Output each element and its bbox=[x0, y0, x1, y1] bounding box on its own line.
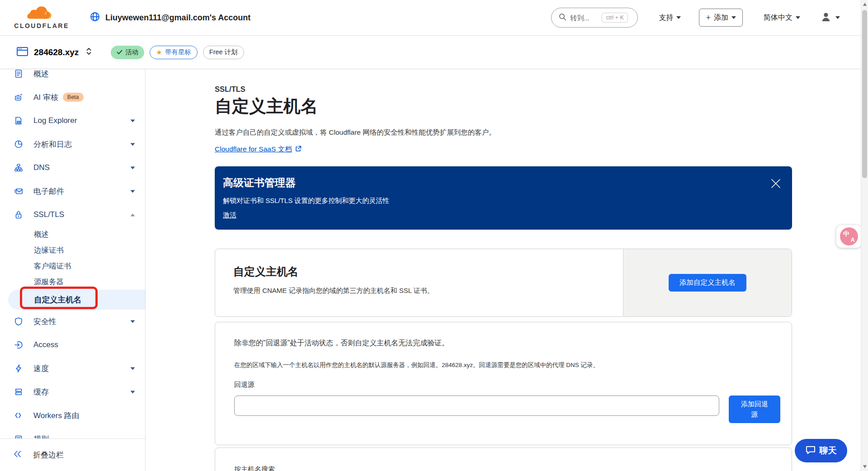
sidebar-subitem-label: 边缘证书 bbox=[34, 245, 64, 255]
status-badge: 活动 bbox=[111, 46, 144, 59]
banner-title: 高级证书管理器 bbox=[223, 176, 782, 190]
plan-badge-label: Free 计划 bbox=[209, 48, 238, 57]
hostname-search-label: 按主机名搜索 bbox=[234, 465, 792, 471]
chevron-down-icon bbox=[130, 143, 135, 146]
sidebar-subitem-label: 概述 bbox=[34, 230, 49, 240]
sidebar-item-access[interactable]: Access bbox=[0, 333, 145, 357]
support-menu-label: 支持 bbox=[659, 13, 673, 23]
card-description: 管理使用 CNAME 记录指向您的域的第三方的主机名和 SSL 证书。 bbox=[233, 287, 623, 295]
sidebar-item-log-explorer[interactable]: Log Explorer bbox=[0, 109, 145, 132]
cache-stack-icon bbox=[14, 387, 24, 396]
account-switcher[interactable]: Liuywewen111@gmail.com's Account bbox=[90, 11, 250, 24]
sidebar: 概述 AI 审核 Beta Log Explorer bbox=[0, 70, 146, 471]
chevron-down-icon bbox=[676, 16, 681, 19]
fallback-origin-label: 回退源 bbox=[234, 381, 780, 389]
chevron-down-icon bbox=[835, 16, 840, 19]
custom-hostnames-card: 自定义主机名 管理使用 CNAME 记录指向您的域的第三方的主机名和 SSL 证… bbox=[215, 249, 792, 317]
sidebar-item-overview[interactable]: 概述 bbox=[0, 70, 145, 85]
sidebar-item-label: 规则 bbox=[33, 434, 49, 439]
search-shortcut-badge: ctrl + K bbox=[602, 13, 627, 23]
sort-updown-icon[interactable] bbox=[85, 47, 93, 58]
email-envelope-icon bbox=[14, 187, 24, 196]
star-badge[interactable]: ★带有星标 bbox=[150, 46, 197, 59]
fallback-origin-card: 除非您的"回退源"处于活动状态，否则自定义主机名无法完成验证。 在您的区域下输入… bbox=[215, 322, 792, 445]
add-fallback-origin-button[interactable]: 添加回退源 bbox=[729, 396, 780, 423]
translate-icon: 中 A bbox=[840, 227, 858, 245]
acm-promo-banner: 高级证书管理器 解锁对证书和 SSL/TLS 设置的更多控制和更大的灵活性 激活 bbox=[215, 166, 792, 230]
sidebar-item-label: 缓存 bbox=[33, 387, 49, 397]
chevron-down-icon bbox=[130, 119, 135, 122]
doc-link-row: Cloudflare for SaaS 文档 bbox=[215, 145, 302, 154]
speed-bolt-icon bbox=[14, 364, 24, 373]
sidebar-subitem-client-certificates[interactable]: 客户端证书 bbox=[0, 258, 145, 274]
chevron-down-icon bbox=[130, 391, 135, 394]
zone-bar: 284628.xyz 活动 ★带有星标 Free 计划 bbox=[0, 36, 861, 69]
sidebar-item-rules[interactable]: 规则 bbox=[0, 427, 145, 438]
scrollbar-down-arrow-icon[interactable] bbox=[863, 465, 867, 468]
star-badge-label: 带有星标 bbox=[165, 48, 191, 57]
fallback-origin-row: 添加回退源 bbox=[234, 396, 780, 423]
translate-fab[interactable]: 中 A bbox=[836, 225, 862, 248]
user-menu[interactable] bbox=[820, 11, 840, 24]
star-icon: ★ bbox=[156, 48, 162, 57]
sidebar-item-dns[interactable]: DNS bbox=[0, 156, 145, 179]
browser-window-icon bbox=[16, 46, 28, 59]
sidebar-subitem-label: 客户端证书 bbox=[34, 261, 71, 271]
sidebar-collapse-label: 折叠边栏 bbox=[33, 450, 64, 460]
saas-docs-link[interactable]: Cloudflare for SaaS 文档 bbox=[215, 145, 292, 154]
sidebar-item-email[interactable]: 电子邮件 bbox=[0, 179, 145, 203]
log-explorer-icon bbox=[14, 116, 24, 125]
sidebar-item-label: Access bbox=[33, 340, 58, 349]
person-icon bbox=[820, 11, 832, 24]
support-menu[interactable]: 支持 bbox=[659, 13, 681, 23]
dns-tree-icon bbox=[14, 163, 24, 172]
chat-button[interactable]: 聊天 bbox=[795, 439, 847, 462]
collapse-double-chevron-icon bbox=[13, 450, 22, 460]
scrollbar-thumb[interactable] bbox=[862, 10, 867, 178]
external-link-icon bbox=[295, 146, 302, 154]
chevron-down-icon bbox=[130, 166, 135, 170]
page-description: 通过客户自己的自定义或虚拟域，将 Cloudflare 网络的安全性和性能优势扩… bbox=[215, 128, 496, 137]
sidebar-item-ssl-tls[interactable]: SSL/TLS bbox=[0, 203, 145, 226]
chat-bubble-icon bbox=[806, 445, 816, 457]
sidebar-item-speed[interactable]: 速度 bbox=[0, 357, 145, 380]
globe-icon bbox=[90, 11, 100, 24]
add-menu-button[interactable]: + 添加 bbox=[699, 9, 743, 27]
sidebar-item-label: 安全性 bbox=[33, 316, 57, 327]
sidebar-item-cache[interactable]: 缓存 bbox=[0, 380, 145, 404]
fallback-instructions-text: 在您的区域下输入一个主机名以用作您的主机名的默认源服务器，例如回退。284628… bbox=[234, 361, 780, 369]
sidebar-item-analytics[interactable]: 分析和日志 bbox=[0, 132, 145, 156]
cloudflare-dashboard: CLOUDFLARE Liuywewen111@gmail.com's Acco… bbox=[0, 0, 868, 471]
banner-close-button[interactable] bbox=[769, 178, 782, 191]
access-login-icon bbox=[14, 340, 24, 349]
cloudflare-logo-text: CLOUDFLARE bbox=[14, 22, 69, 29]
translate-glyph-zh: 中 bbox=[843, 230, 849, 238]
sidebar-item-ai-audit[interactable]: AI 审核 Beta bbox=[0, 85, 145, 109]
window-scrollbar[interactable] bbox=[861, 0, 868, 471]
language-menu-label: 简体中文 bbox=[764, 13, 793, 23]
sidebar-subitem-label: 自定义主机名 bbox=[34, 294, 81, 305]
sidebar-subitem-ssl-overview[interactable]: 概述 bbox=[0, 226, 145, 242]
zone-badges: 活动 ★带有星标 Free 计划 bbox=[111, 46, 244, 59]
cloudflare-logo[interactable]: CLOUDFLARE bbox=[12, 6, 71, 29]
search-input[interactable] bbox=[570, 14, 598, 22]
sidebar-item-label: 电子邮件 bbox=[33, 186, 64, 197]
chevron-down-icon bbox=[130, 367, 135, 370]
sidebar-item-security[interactable]: 安全性 bbox=[0, 310, 145, 333]
chevron-down-icon bbox=[796, 16, 800, 19]
sidebar-item-workers-routes[interactable]: Workers 路由 bbox=[0, 404, 145, 427]
overview-doc-icon bbox=[14, 70, 24, 78]
sidebar-subitem-origin-server[interactable]: 源服务器 bbox=[0, 274, 145, 290]
sidebar-collapse[interactable]: 折叠边栏 bbox=[0, 438, 145, 471]
sidebar-subitem-custom-hostnames[interactable]: 自定义主机名 bbox=[8, 290, 145, 310]
banner-activate-link[interactable]: 激活 bbox=[223, 211, 236, 220]
scrollbar-up-arrow-icon[interactable] bbox=[863, 3, 867, 6]
language-menu[interactable]: 简体中文 bbox=[764, 13, 800, 23]
chevron-down-icon bbox=[130, 320, 135, 323]
zone-domain: 284628.xyz bbox=[34, 47, 79, 57]
global-search[interactable]: ctrl + K bbox=[551, 8, 638, 28]
fallback-origin-input[interactable] bbox=[234, 396, 719, 416]
rules-list-icon bbox=[14, 434, 24, 438]
sidebar-subitem-edge-certificates[interactable]: 边缘证书 bbox=[0, 242, 145, 258]
add-custom-hostname-button[interactable]: 添加自定义主机名 bbox=[669, 274, 746, 292]
